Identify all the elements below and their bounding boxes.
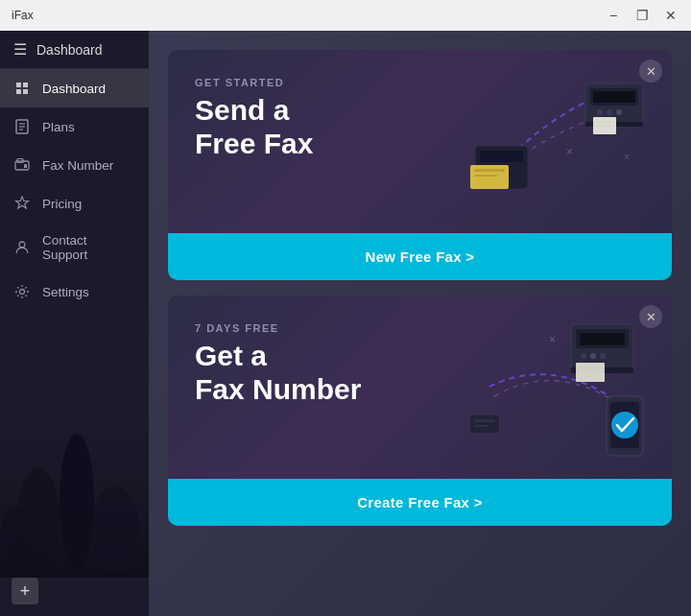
sidebar-item-plans-label: Plans bbox=[42, 120, 75, 134]
plans-icon bbox=[13, 118, 31, 135]
pricing-icon bbox=[13, 195, 31, 212]
sidebar-item-dashboard[interactable]: Dashboard bbox=[0, 69, 149, 107]
svg-point-35 bbox=[590, 353, 596, 359]
svg-point-10 bbox=[17, 467, 60, 573]
svg-rect-46 bbox=[474, 425, 489, 427]
fax-number-banner: ✕ bbox=[168, 296, 672, 526]
sidebar-item-settings-label: Settings bbox=[42, 285, 89, 299]
svg-point-43 bbox=[611, 412, 638, 438]
svg-rect-28 bbox=[474, 175, 497, 177]
svg-text:×: × bbox=[624, 151, 630, 162]
svg-rect-9 bbox=[0, 386, 149, 578]
svg-point-13 bbox=[0, 506, 29, 573]
add-button[interactable]: + bbox=[12, 578, 38, 604]
svg-point-8 bbox=[20, 290, 25, 295]
sidebar-footer: + bbox=[0, 565, 149, 616]
sidebar-item-plans[interactable]: Plans bbox=[0, 107, 149, 146]
sidebar-item-contact-support[interactable]: Contact Support bbox=[0, 223, 149, 272]
title-bar: iFax − ❐ ✕ bbox=[0, 0, 691, 31]
sidebar-item-settings[interactable]: Settings bbox=[0, 272, 149, 311]
svg-rect-27 bbox=[474, 169, 505, 172]
app-title: iFax bbox=[12, 9, 34, 22]
svg-point-19 bbox=[616, 109, 622, 115]
sidebar-item-pricing-label: Pricing bbox=[42, 197, 82, 211]
sidebar-tree-decoration bbox=[0, 386, 149, 578]
sidebar-item-contact-support-label: Contact Support bbox=[42, 233, 135, 262]
sidebar-item-fax-number-label: Fax Number bbox=[42, 158, 113, 173]
svg-point-12 bbox=[91, 486, 139, 573]
sidebar-item-dashboard-label: Dashboard bbox=[42, 82, 106, 96]
sidebar-item-fax-number[interactable]: Fax Number bbox=[0, 146, 149, 184]
svg-rect-16 bbox=[593, 91, 635, 103]
window-controls: − ❐ ✕ bbox=[601, 3, 683, 28]
svg-rect-33 bbox=[580, 333, 625, 345]
settings-icon bbox=[13, 283, 31, 300]
svg-rect-44 bbox=[470, 415, 499, 433]
sidebar-title: Dashboard bbox=[36, 42, 103, 58]
svg-text:×: × bbox=[549, 333, 556, 346]
send-fax-cta-button[interactable]: New Free Fax > bbox=[168, 233, 672, 280]
restore-button[interactable]: ❐ bbox=[630, 3, 655, 28]
fax-machine-decoration-1: × × bbox=[461, 64, 653, 222]
close-button[interactable]: ✕ bbox=[658, 3, 683, 28]
svg-text:×: × bbox=[566, 145, 573, 158]
svg-rect-25 bbox=[480, 151, 523, 162]
svg-rect-38 bbox=[576, 363, 605, 382]
sidebar-header: ☰ Dashboard bbox=[0, 31, 149, 69]
svg-rect-6 bbox=[24, 164, 27, 168]
svg-point-11 bbox=[60, 434, 94, 568]
main-content: ✕ bbox=[149, 31, 691, 616]
svg-rect-45 bbox=[474, 419, 495, 422]
svg-point-17 bbox=[597, 109, 603, 115]
svg-point-34 bbox=[581, 353, 586, 359]
fax-number-cta-button[interactable]: Create Free Fax > bbox=[168, 479, 672, 526]
contact-support-icon bbox=[13, 239, 31, 256]
sidebar: ☰ Dashboard Dashboard Plans bbox=[0, 31, 149, 616]
svg-point-7 bbox=[19, 242, 25, 248]
menu-icon: ☰ bbox=[13, 40, 27, 59]
send-fax-banner: ✕ bbox=[168, 50, 672, 280]
fax-machine-decoration-2: × bbox=[461, 310, 653, 467]
dashboard-icon bbox=[13, 80, 31, 97]
sidebar-item-pricing[interactable]: Pricing bbox=[0, 184, 149, 223]
svg-point-18 bbox=[607, 109, 612, 115]
minimize-button[interactable]: − bbox=[601, 3, 626, 28]
app-container: ☰ Dashboard Dashboard Plans bbox=[0, 31, 691, 616]
fax-number-icon bbox=[13, 156, 31, 174]
svg-point-36 bbox=[600, 353, 606, 359]
svg-rect-26 bbox=[470, 165, 509, 189]
